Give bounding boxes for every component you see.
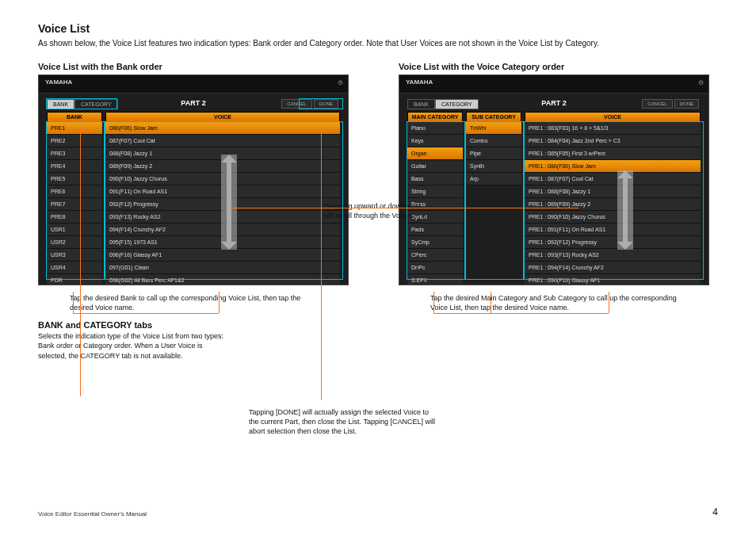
voice-header: VOICE xyxy=(105,112,340,122)
bank-row[interactable]: USR3 xyxy=(47,249,102,262)
sub-category-row[interactable]: TnWhl xyxy=(466,122,521,135)
done-button[interactable]: DONE xyxy=(314,99,338,109)
col-title-bank: Voice List with the Bank order xyxy=(38,62,357,71)
col-bank-order: Voice List with the Bank order YAMAHA ⚙ … xyxy=(38,62,357,361)
bank-row[interactable]: PRE7 xyxy=(47,198,102,211)
voice-row[interactable]: PRE1 : 083(F03) 16 + 8 + 5&1/3 xyxy=(525,122,701,135)
voice-row[interactable]: PRE1 : 093(F13) Rocky AS2 xyxy=(525,249,701,262)
voice-row[interactable]: PRE1 : 089(F09) Jazzy 2 xyxy=(525,198,701,211)
voice-row[interactable]: PRE1 : 084(F04) Jazz 2nd Perc + C3 xyxy=(525,135,701,147)
tab-category[interactable]: CATEGORY xyxy=(74,99,118,109)
voice-row[interactable]: PRE1 : 087(F07) Cool Cat xyxy=(525,173,701,185)
sub-category-row[interactable]: Arp xyxy=(466,173,521,185)
voice-row[interactable]: 087(F07) Cool Cat xyxy=(105,135,340,147)
voice-row[interactable]: PRE1 : 086(F06) Slow Jam xyxy=(525,160,701,173)
bank-row[interactable]: PRE5 xyxy=(47,173,102,185)
gear-icon[interactable]: ⚙ xyxy=(338,79,343,86)
bank-row[interactable]: PRE4 xyxy=(47,160,102,173)
tabs-heading: BANK and CATEGORY tabs xyxy=(38,320,357,330)
main-category-row[interactable]: Pads xyxy=(407,224,463,236)
bank-row[interactable]: PRE1 xyxy=(47,122,102,135)
drag-note: Dragging upward or downward will scroll … xyxy=(323,201,426,220)
tab-bank[interactable]: BANK xyxy=(407,99,435,109)
voice-row[interactable]: PRE1 : 088(F08) Jazzy 1 xyxy=(525,185,701,198)
voice-header: VOICE xyxy=(525,112,701,122)
voice-row[interactable]: 086(F06) Slow Jam xyxy=(105,122,340,135)
tab-category[interactable]: CATEGORY xyxy=(435,99,479,109)
cancel-button[interactable]: CANCEL xyxy=(281,99,311,109)
voice-row[interactable]: PRE1 : 092(F12) Progressy xyxy=(525,236,701,249)
main-category-row[interactable]: Keys xyxy=(407,135,463,147)
bank-row[interactable]: PRE2 xyxy=(47,135,102,147)
bank-row[interactable]: PRE6 xyxy=(47,185,102,198)
tabs-body: Selects the indication type of the Voice… xyxy=(38,331,228,360)
bank-row[interactable]: USR2 xyxy=(47,236,102,249)
main-cat-header: MAIN CATEGORY xyxy=(407,112,463,122)
main-category-row[interactable]: S.EFX xyxy=(407,274,463,285)
voice-row[interactable]: 097(G01) Clean xyxy=(105,262,340,274)
done-button[interactable]: DONE xyxy=(674,99,699,109)
bank-header: BANK xyxy=(47,112,102,122)
sub-category-row[interactable]: Combo xyxy=(466,135,521,147)
main-category-row[interactable]: Bass xyxy=(407,173,463,185)
gear-icon[interactable]: ⚙ xyxy=(698,79,704,86)
bank-row[interactable]: USR1 xyxy=(47,224,102,236)
tab-bank[interactable]: BANK xyxy=(47,99,74,109)
drag-arrow-icon xyxy=(221,155,237,250)
page-number: 4 xyxy=(712,506,718,518)
cancel-button[interactable]: CANCEL xyxy=(642,99,672,109)
bank-row[interactable]: USR4 xyxy=(47,262,102,274)
main-category-row[interactable]: Piano xyxy=(407,122,463,135)
sub-category-row[interactable]: Synth xyxy=(466,160,521,173)
page-title: Voice List xyxy=(38,22,718,35)
main-category-row[interactable]: Dr/Pc xyxy=(407,262,463,274)
footer-text: Voice Editor Essential Owner's Manual xyxy=(38,510,147,518)
tap-bank-note: Tap the desired Bank to call up the corr… xyxy=(70,293,307,312)
voice-row[interactable]: 096(F16) Glassy AF1 xyxy=(105,249,340,262)
intro-text: As shown below, the Voice List features … xyxy=(38,38,718,49)
main-category-row[interactable]: Organ xyxy=(407,147,463,160)
bank-row[interactable]: PRE3 xyxy=(47,147,102,160)
brand-label: YAMAHA xyxy=(45,78,72,86)
main-category-row[interactable]: Guitar xyxy=(407,160,463,173)
voice-row[interactable]: PRE1 : 090(F10) Jazzy Chorus xyxy=(525,211,701,224)
voice-row[interactable]: PRE1 : 094(F14) Crunchy AF2 xyxy=(525,262,701,274)
bank-row[interactable]: PDR xyxy=(47,274,102,285)
col-title-category: Voice List with the Voice Category order xyxy=(399,62,718,71)
sub-category-row[interactable]: Pipe xyxy=(466,147,521,160)
main-category-row[interactable]: CPerc xyxy=(407,249,463,262)
brand-label: YAMAHA xyxy=(406,78,433,86)
screenshot-category: YAMAHA ⚙ PART 2 BANK CATEGORY CANCEL DON… xyxy=(399,75,709,285)
main-category-row[interactable]: String xyxy=(407,185,463,198)
voice-row[interactable]: 098(G02) All Bars Perc AF1&2 xyxy=(105,274,340,285)
voice-row[interactable]: PRE1 : 096(F16) Glassy AF1 xyxy=(525,274,701,285)
screenshot-bank: YAMAHA ⚙ PART 2 BANK CATEGORY CANCEL DON… xyxy=(38,75,349,285)
drag-arrow-icon xyxy=(617,170,633,250)
col-category-order: Voice List with the Voice Category order… xyxy=(399,62,718,361)
tabs: BANK CATEGORY xyxy=(47,99,118,109)
voice-row[interactable]: PRE1 : 091(F11) On Road AS1 xyxy=(525,224,701,236)
bank-row[interactable]: PRE8 xyxy=(47,211,102,224)
main-category-row[interactable]: SyCmp xyxy=(407,236,463,249)
sub-cat-header: SUB CATEGORY xyxy=(466,112,521,122)
tap-category-note: Tap the desired Main Category and Sub Ca… xyxy=(430,293,684,312)
tabs: BANK CATEGORY xyxy=(407,99,479,109)
done-body: Tapping [DONE] will actually assign the … xyxy=(249,407,439,436)
voice-row[interactable]: PRE1 : 085(F05) First 3 w/Perc xyxy=(525,147,701,160)
